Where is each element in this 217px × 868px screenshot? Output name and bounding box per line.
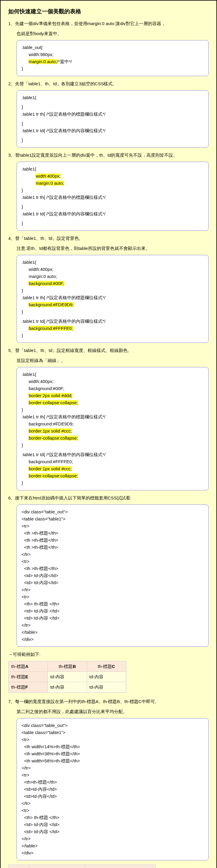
code-line: </div> — [22, 636, 204, 643]
code-line: <th width=58%>th-標題</th> — [22, 757, 204, 765]
code-line: border:1px solid #ccc; — [22, 428, 204, 435]
code-line: border-collapse:collapse; — [22, 472, 204, 479]
step-7-sub: 第二列之後的都不用設，此處建議以百分比來平均分配。 — [17, 708, 209, 715]
table-header-b: th-標題B — [29, 865, 85, 868]
code-line: </table> — [22, 842, 204, 849]
step-2: 2、先替「table1、th、td」各別建立3組空的CSS樣式。 — [8, 80, 209, 87]
code-line: </tr> — [22, 765, 204, 772]
code-line: width:400px; — [22, 173, 204, 180]
document-page: 如何快速建立一個美觀的表格 1、先建一個div準備來包住表格，並使用margin… — [0, 0, 217, 868]
step-1-sub: 也就是對body來置中。 — [17, 30, 209, 37]
code-line: .table1{ — [22, 259, 204, 266]
step-4-sub: 注意:若th、td都有設背景色，則table所設的背景色就不會顯示出來。 — [17, 245, 209, 252]
code-line: } — [22, 442, 204, 449]
code-line: background:#FDE9D9; — [22, 301, 204, 308]
code-line: .table1 tr th{ /*設定表格中的標題欄位樣式*/ — [22, 413, 204, 421]
code-line: .table1 tr td{ /*設定表格中的內容欄位樣式*/ — [22, 210, 204, 217]
code-line: } — [22, 203, 204, 210]
code-line: </tr> — [22, 800, 204, 807]
code-line: <div class="table_out"> — [22, 508, 204, 516]
code-line: </table> — [22, 629, 204, 636]
code-line: width:980px; — [22, 51, 204, 58]
example-1-caption: →可得範例如下: — [8, 651, 209, 658]
code-line: border-collapse:collapse; — [22, 399, 204, 406]
code-line: <td> td-內容</td> — [22, 572, 204, 579]
code-line: width:400px; — [22, 378, 204, 385]
table-cell: td-內容 — [87, 672, 126, 682]
code-line: } — [22, 65, 204, 72]
code-block-7: <div class="table_out"><table class="tab… — [17, 718, 209, 860]
code-line: .table1 tr td{ /*設定表格中的內容欄位樣式*/ — [22, 127, 204, 134]
code-line: margin:0 auto;/*置中*/ — [22, 58, 204, 65]
code-line: <td> td-內容 </td> — [22, 615, 204, 622]
code-line: <table class="table1"> — [22, 729, 204, 736]
code-line: } — [22, 187, 204, 194]
code-line: border:2px solid #ddd; — [22, 392, 204, 399]
table-header-c: th-標題C — [87, 661, 126, 672]
code-block-2: .table1{}.table1 tr th{ /*設定表格中的標題欄位樣式*/… — [17, 90, 209, 148]
code-line: <td>td-內容</td> — [22, 786, 204, 793]
code-block-1: .table_out{width:980px;margin:0 auto;/*置… — [17, 40, 209, 76]
example-table-1: th-標題A th-標題B th-標題C th-標題E td-內容 td-內容 … — [8, 661, 209, 693]
table-header-b: th-標題B — [48, 661, 87, 672]
code-line: .table1 tr th{ /*設定表格中的標題欄位樣式*/ — [22, 194, 204, 201]
code-line: <tr> — [22, 558, 204, 565]
code-line: </tr> — [22, 835, 204, 842]
code-line: <td> td-內容 </td> — [22, 821, 204, 828]
row-header: th-標題E — [8, 672, 48, 682]
code-line: width:400px; — [22, 266, 204, 273]
table-row: th-標題A th-標題B th-標題C — [8, 865, 156, 868]
code-line: background:#00F; — [22, 280, 204, 287]
table-row: th-標題E td-內容 td-內容 — [8, 672, 126, 682]
code-line: background:#FFFFE0; — [22, 458, 204, 465]
code-line: .table1{ — [22, 94, 204, 101]
code-line: <div class="table_out"> — [22, 722, 204, 729]
code-line: </div> — [22, 849, 204, 857]
code-line: .table1 tr td{ /*設定表格中的內容欄位樣式*/ — [22, 451, 204, 458]
code-line: </tr> — [22, 586, 204, 593]
code-line: border-collapse:collapse; — [22, 435, 204, 442]
code-line: <tr> — [22, 807, 204, 814]
code-line: .table1{ — [22, 371, 204, 378]
code-line: <th>th-標題</th> — [22, 779, 204, 786]
code-line: .table_out{ — [22, 44, 204, 51]
example-table-2: th-標題A th-標題B th-標題C th-標題E td-內容 td-內容 … — [8, 864, 156, 868]
table-header-a: th-標題A — [8, 661, 48, 672]
code-line: } — [22, 120, 204, 127]
table-header-a: th-標題A — [8, 865, 29, 868]
code-line: <tr> — [22, 593, 204, 600]
step-4: 4、替「table1、th、td」設定背景色, — [8, 235, 209, 242]
step-7: 7、每一欄的寬度直接設在第一列中的th-標題A、th-標題B、th-標題C中即可… — [8, 698, 209, 705]
code-line: <th >th-標題</th> — [22, 565, 204, 572]
table-header-c: th-標題C — [85, 865, 156, 868]
code-line: .table1 tr td{ /*設定表格中的內容欄位樣式*/ — [22, 318, 204, 325]
code-line: <th width=14%>th-標題</th> — [22, 743, 204, 750]
code-line: } — [22, 332, 204, 339]
code-line: <th width=38%>th-標題</th> — [22, 750, 204, 757]
table-row: th-標題F td-內容 td-內容 — [8, 682, 126, 693]
code-line: <tr> — [22, 772, 204, 779]
code-line: background:#FDE9D9; — [22, 421, 204, 428]
code-line: <td>td-內容</td> — [22, 793, 204, 800]
code-block-5: .table1{width:400px;background:#00F;bord… — [17, 367, 209, 490]
code-line: .table1 tr th{ /*設定表格中的標題欄位樣式*/ — [22, 294, 204, 301]
code-line: } — [22, 308, 204, 315]
code-line: <td> td-內容</td> — [22, 579, 204, 586]
code-line: margin:0 auto; — [22, 180, 204, 187]
code-line: <th >th-標題</th> — [22, 537, 204, 544]
code-line: } — [22, 103, 204, 111]
code-block-6: <div class="table_out"><table class="tab… — [17, 504, 209, 647]
code-line: <td> td-內容 </td> — [22, 608, 204, 615]
code-line: } — [22, 479, 204, 487]
code-line: <th> th-標題 </th> — [22, 814, 204, 821]
code-line: <th >th-標題</th> — [22, 530, 204, 537]
step-3: 3、替table1設定寬度並設向上一層的div置中，th、td的寬度可先不設，高… — [8, 152, 209, 159]
code-line: border:1px solid #ccc; — [22, 465, 204, 472]
code-line: margin:0 auto; — [22, 273, 204, 280]
code-line: </tr> — [22, 551, 204, 558]
code-line: <th >th-標題</th> — [22, 544, 204, 551]
code-line: } — [22, 406, 204, 413]
code-line: } — [22, 287, 204, 294]
row-header: th-標題F — [8, 682, 48, 693]
code-line: <tr> — [22, 523, 204, 530]
